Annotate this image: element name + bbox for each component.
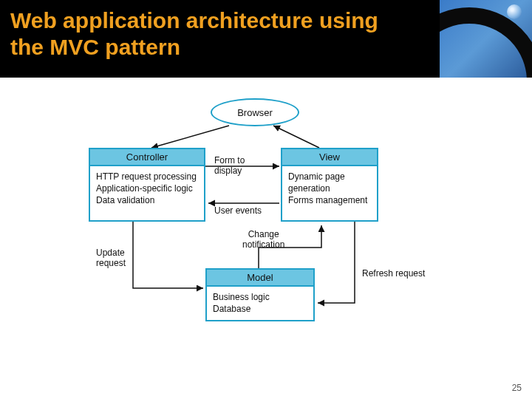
water-drop-icon <box>507 4 522 19</box>
label-user-events: User events <box>214 205 262 216</box>
header-image <box>440 0 532 78</box>
label-change-notification: Change notification <box>242 229 284 250</box>
browser-node: Browser <box>211 98 299 126</box>
controller-box: Controller HTTP request processing Appli… <box>89 148 205 222</box>
browser-label: Browser <box>237 107 273 118</box>
model-body: Business logic Database <box>207 287 313 319</box>
mvc-diagram: Browser Controller HTTP request processi… <box>0 85 532 381</box>
controller-title: Controller <box>90 149 204 166</box>
slide-title: Web application architecture using the M… <box>0 0 414 61</box>
label-refresh-request: Refresh request <box>362 268 425 279</box>
view-body: Dynamic page generation Forms management <box>282 166 377 211</box>
svg-line-0 <box>151 126 229 148</box>
view-title: View <box>282 149 377 166</box>
model-box: Model Business logic Database <box>205 268 315 321</box>
label-update-request: Update request <box>96 248 126 269</box>
view-box: View Dynamic page generation Forms manag… <box>281 148 378 222</box>
svg-line-1 <box>273 126 319 148</box>
model-title: Model <box>207 270 313 287</box>
label-form-to-display: Form to display <box>214 155 245 177</box>
slide-header: Web application architecture using the M… <box>0 0 532 78</box>
page-number: 25 <box>512 383 522 393</box>
controller-body: HTTP request processing Application-spec… <box>90 166 204 211</box>
